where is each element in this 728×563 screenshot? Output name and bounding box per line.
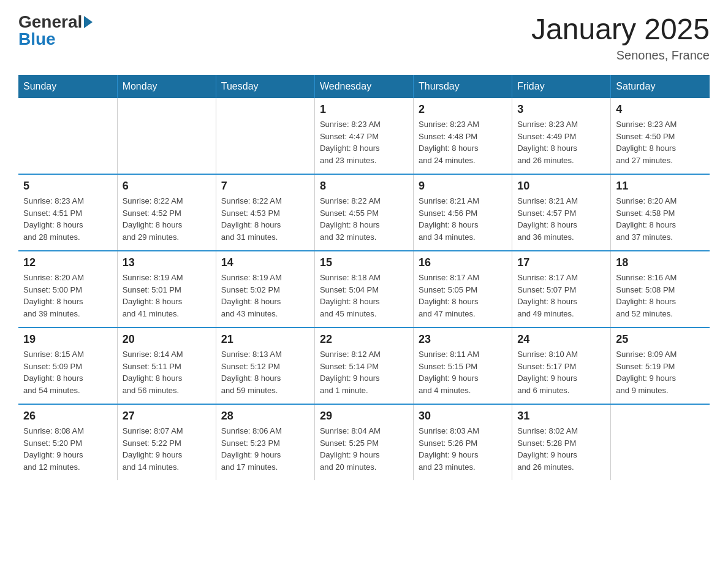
day-number-3: 3: [517, 103, 605, 116]
day-info-12: Sunrise: 8:20 AMSunset: 5:00 PMDaylight:…: [23, 272, 112, 320]
day-info-27: Sunrise: 8:07 AMSunset: 5:22 PMDaylight:…: [123, 425, 211, 473]
day-number-22: 22: [320, 333, 408, 346]
day-info-20: Sunrise: 8:14 AMSunset: 5:11 PMDaylight:…: [123, 348, 211, 396]
weekday-header-thursday: Thursday: [414, 75, 512, 98]
calendar-cell-w4-d5: 23Sunrise: 8:11 AMSunset: 5:15 PMDayligh…: [414, 327, 512, 404]
day-info-6: Sunrise: 8:22 AMSunset: 4:52 PMDaylight:…: [123, 195, 211, 243]
day-info-28: Sunrise: 8:06 AMSunset: 5:23 PMDaylight:…: [221, 425, 309, 473]
day-number-12: 12: [23, 256, 112, 269]
day-info-22: Sunrise: 8:12 AMSunset: 5:14 PMDaylight:…: [320, 348, 408, 396]
calendar-cell-w1-d3: [216, 98, 314, 174]
calendar-cell-w2-d3: 7Sunrise: 8:22 AMSunset: 4:53 PMDaylight…: [216, 174, 314, 251]
calendar-cell-w3-d4: 15Sunrise: 8:18 AMSunset: 5:04 PMDayligh…: [314, 251, 413, 327]
calendar-cell-w2-d6: 10Sunrise: 8:21 AMSunset: 4:57 PMDayligh…: [512, 174, 611, 251]
day-info-13: Sunrise: 8:19 AMSunset: 5:01 PMDaylight:…: [123, 272, 211, 320]
calendar-week-5: 26Sunrise: 8:08 AMSunset: 5:20 PMDayligh…: [18, 404, 710, 480]
calendar-cell-w4-d4: 22Sunrise: 8:12 AMSunset: 5:14 PMDayligh…: [314, 327, 413, 404]
weekday-header-monday: Monday: [117, 75, 216, 98]
day-number-14: 14: [221, 256, 309, 269]
day-info-3: Sunrise: 8:23 AMSunset: 4:49 PMDaylight:…: [517, 118, 605, 166]
day-number-5: 5: [23, 180, 112, 193]
calendar-week-1: 1Sunrise: 8:23 AMSunset: 4:47 PMDaylight…: [18, 98, 710, 174]
calendar-cell-w2-d7: 11Sunrise: 8:20 AMSunset: 4:58 PMDayligh…: [611, 174, 710, 251]
day-info-18: Sunrise: 8:16 AMSunset: 5:08 PMDaylight:…: [616, 272, 705, 320]
calendar-cell-w3-d2: 13Sunrise: 8:19 AMSunset: 5:01 PMDayligh…: [117, 251, 216, 327]
calendar-cell-w3-d6: 17Sunrise: 8:17 AMSunset: 5:07 PMDayligh…: [512, 251, 611, 327]
day-info-21: Sunrise: 8:13 AMSunset: 5:12 PMDaylight:…: [221, 348, 309, 396]
day-info-25: Sunrise: 8:09 AMSunset: 5:19 PMDaylight:…: [616, 348, 705, 396]
day-info-11: Sunrise: 8:20 AMSunset: 4:58 PMDaylight:…: [616, 195, 705, 243]
day-info-19: Sunrise: 8:15 AMSunset: 5:09 PMDaylight:…: [23, 348, 112, 396]
day-number-30: 30: [419, 410, 507, 423]
day-number-18: 18: [616, 256, 705, 269]
day-number-17: 17: [517, 256, 605, 269]
day-number-19: 19: [23, 333, 112, 346]
calendar-cell-w1-d2: [117, 98, 216, 174]
calendar-cell-w1-d7: 4Sunrise: 8:23 AMSunset: 4:50 PMDaylight…: [611, 98, 710, 174]
weekday-header-tuesday: Tuesday: [216, 75, 314, 98]
day-number-1: 1: [320, 103, 408, 116]
calendar-week-3: 12Sunrise: 8:20 AMSunset: 5:00 PMDayligh…: [18, 251, 710, 327]
day-info-31: Sunrise: 8:02 AMSunset: 5:28 PMDaylight:…: [517, 425, 605, 473]
day-info-4: Sunrise: 8:23 AMSunset: 4:50 PMDaylight:…: [616, 118, 705, 166]
day-number-13: 13: [123, 256, 211, 269]
calendar-cell-w1-d6: 3Sunrise: 8:23 AMSunset: 4:49 PMDaylight…: [512, 98, 611, 174]
calendar-cell-w2-d2: 6Sunrise: 8:22 AMSunset: 4:52 PMDaylight…: [117, 174, 216, 251]
calendar-body: 1Sunrise: 8:23 AMSunset: 4:47 PMDaylight…: [18, 98, 710, 480]
calendar-cell-w4-d6: 24Sunrise: 8:10 AMSunset: 5:17 PMDayligh…: [512, 327, 611, 404]
day-info-24: Sunrise: 8:10 AMSunset: 5:17 PMDaylight:…: [517, 348, 605, 396]
logo-blue-text: Blue: [18, 29, 56, 49]
day-number-10: 10: [517, 180, 605, 193]
logo-arrow-icon: [84, 16, 93, 28]
day-number-25: 25: [616, 333, 705, 346]
calendar-cell-w5-d2: 27Sunrise: 8:07 AMSunset: 5:22 PMDayligh…: [117, 404, 216, 480]
day-info-16: Sunrise: 8:17 AMSunset: 5:05 PMDaylight:…: [419, 272, 507, 320]
day-info-29: Sunrise: 8:04 AMSunset: 5:25 PMDaylight:…: [320, 425, 408, 473]
calendar-cell-w3-d7: 18Sunrise: 8:16 AMSunset: 5:08 PMDayligh…: [611, 251, 710, 327]
weekday-header-wednesday: Wednesday: [314, 75, 413, 98]
weekday-header-saturday: Saturday: [611, 75, 710, 98]
day-info-8: Sunrise: 8:22 AMSunset: 4:55 PMDaylight:…: [320, 195, 408, 243]
calendar-cell-w2-d5: 9Sunrise: 8:21 AMSunset: 4:56 PMDaylight…: [414, 174, 512, 251]
day-info-26: Sunrise: 8:08 AMSunset: 5:20 PMDaylight:…: [23, 425, 112, 473]
calendar-cell-w2-d4: 8Sunrise: 8:22 AMSunset: 4:55 PMDaylight…: [314, 174, 413, 251]
calendar-cell-w3-d3: 14Sunrise: 8:19 AMSunset: 5:02 PMDayligh…: [216, 251, 314, 327]
calendar-cell-w5-d6: 31Sunrise: 8:02 AMSunset: 5:28 PMDayligh…: [512, 404, 611, 480]
calendar-cell-w3-d5: 16Sunrise: 8:17 AMSunset: 5:05 PMDayligh…: [414, 251, 512, 327]
day-info-17: Sunrise: 8:17 AMSunset: 5:07 PMDaylight:…: [517, 272, 605, 320]
day-number-23: 23: [419, 333, 507, 346]
calendar-week-4: 19Sunrise: 8:15 AMSunset: 5:09 PMDayligh…: [18, 327, 710, 404]
page-title: January 2025: [531, 12, 710, 46]
day-number-28: 28: [221, 410, 309, 423]
calendar-cell-w4-d3: 21Sunrise: 8:13 AMSunset: 5:12 PMDayligh…: [216, 327, 314, 404]
day-info-10: Sunrise: 8:21 AMSunset: 4:57 PMDaylight:…: [517, 195, 605, 243]
logo: General Blue: [18, 12, 93, 49]
calendar-cell-w1-d1: [18, 98, 117, 174]
calendar-table: SundayMondayTuesdayWednesdayThursdayFrid…: [18, 75, 710, 480]
day-number-29: 29: [320, 410, 408, 423]
day-info-23: Sunrise: 8:11 AMSunset: 5:15 PMDaylight:…: [419, 348, 507, 396]
calendar-cell-w5-d4: 29Sunrise: 8:04 AMSunset: 5:25 PMDayligh…: [314, 404, 413, 480]
day-number-2: 2: [419, 103, 507, 116]
day-info-2: Sunrise: 8:23 AMSunset: 4:48 PMDaylight:…: [419, 118, 507, 166]
day-number-31: 31: [517, 410, 605, 423]
calendar-cell-w4-d2: 20Sunrise: 8:14 AMSunset: 5:11 PMDayligh…: [117, 327, 216, 404]
day-info-14: Sunrise: 8:19 AMSunset: 5:02 PMDaylight:…: [221, 272, 309, 320]
day-number-20: 20: [123, 333, 211, 346]
calendar-cell-w4-d7: 25Sunrise: 8:09 AMSunset: 5:19 PMDayligh…: [611, 327, 710, 404]
day-info-30: Sunrise: 8:03 AMSunset: 5:26 PMDaylight:…: [419, 425, 507, 473]
calendar-cell-w1-d5: 2Sunrise: 8:23 AMSunset: 4:48 PMDaylight…: [414, 98, 512, 174]
calendar-header: SundayMondayTuesdayWednesdayThursdayFrid…: [18, 75, 710, 98]
day-number-4: 4: [616, 103, 705, 116]
day-info-7: Sunrise: 8:22 AMSunset: 4:53 PMDaylight:…: [221, 195, 309, 243]
calendar-cell-w2-d1: 5Sunrise: 8:23 AMSunset: 4:51 PMDaylight…: [18, 174, 117, 251]
weekday-header-sunday: Sunday: [18, 75, 117, 98]
weekday-header-friday: Friday: [512, 75, 611, 98]
day-number-26: 26: [23, 410, 112, 423]
calendar-cell-w5-d7: [611, 404, 710, 480]
calendar-cell-w1-d4: 1Sunrise: 8:23 AMSunset: 4:47 PMDaylight…: [314, 98, 413, 174]
title-block: January 2025 Senones, France: [531, 12, 710, 63]
day-info-9: Sunrise: 8:21 AMSunset: 4:56 PMDaylight:…: [419, 195, 507, 243]
day-number-15: 15: [320, 256, 408, 269]
calendar-cell-w4-d1: 19Sunrise: 8:15 AMSunset: 5:09 PMDayligh…: [18, 327, 117, 404]
